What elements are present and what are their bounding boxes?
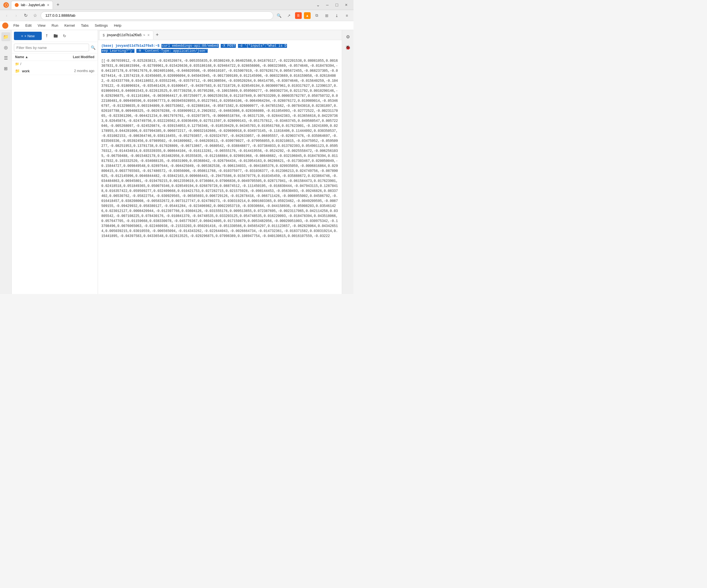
back-button[interactable]: ‹ (3, 12, 10, 20)
close-button[interactable]: × (342, 1, 350, 9)
list-item[interactable]: 📁 work 2 months ago (12, 67, 98, 75)
browser-tab[interactable]: lab - JupyterLab × (11, 1, 53, 9)
tab-favicon (15, 3, 19, 7)
terminal-add-tab-button[interactable]: + (154, 31, 161, 39)
menu-settings[interactable]: Settings (92, 22, 110, 29)
terminal-cmd-highlight1: curl embeddings-api:80/embed (162, 44, 219, 48)
menu-tabs[interactable]: Tabs (78, 22, 91, 29)
downloads-icon[interactable]: ⤓ (333, 12, 341, 20)
terminal-tabs: $ jovyan@11d7b1a2f0a5: ~ × + (98, 30, 342, 40)
terminal-cmd-highlight3: -d '{"inputs":"What is D (238, 44, 287, 48)
sidebar-toggle-icon[interactable]: ⊞ (323, 12, 331, 20)
menu-file[interactable]: File (10, 22, 22, 29)
sidebar-icon-extensions[interactable]: ⊞ (1, 64, 10, 73)
tab-close-btn[interactable]: × (47, 3, 49, 7)
breadcrumb: 📁 / (12, 61, 98, 67)
refresh-button[interactable]: ↻ (61, 32, 68, 40)
debug-icon[interactable]: 🐞 (343, 43, 352, 52)
terminal-content[interactable]: (base) jovyan@11d7b1a2f0a5:~$ curl embed… (98, 40, 342, 294)
address-bar-icons: 🔍 ↗ B ▲ ⧉ ⊞ ⤓ ≡ (275, 12, 351, 20)
menu-icon[interactable]: ≡ (343, 12, 351, 20)
sort-icon: ▲ (25, 55, 28, 59)
search-input[interactable] (14, 44, 89, 51)
search-icon: 🔍 (91, 45, 96, 50)
reload-button[interactable]: ↻ (22, 12, 30, 20)
browser-logo: ◯ (3, 2, 9, 8)
terminal-prompt: (base) jovyan@11d7b1a2f0a5:~$ (101, 44, 160, 48)
terminal-tab-close[interactable]: × (147, 33, 150, 37)
sidebar-icon-git[interactable]: ◎ (1, 43, 10, 52)
brave-orange-icon[interactable]: ▲ (304, 12, 311, 19)
titlebar: ◯ lab - JupyterLab × + ⌄ – □ × (0, 0, 354, 10)
terminal-command-line2: eep Learning?"}' -H 'Content-Type: appli… (101, 48, 338, 53)
right-sidebar: ⚙ 🐞 (342, 30, 354, 294)
breadcrumb-root[interactable]: / (20, 62, 21, 66)
terminal-cmd-highlight4: eep Learning?"}' (101, 49, 134, 53)
menu-kernel[interactable]: Kernel (62, 22, 78, 29)
window-controls: ⌄ – □ × (314, 1, 350, 9)
menu-edit[interactable]: Edit (23, 22, 34, 29)
search-magnifier-icon[interactable]: 🔍 (275, 12, 283, 20)
jupyter-logo (2, 23, 8, 29)
share-icon[interactable]: ↗ (285, 12, 293, 20)
maximize-button[interactable]: □ (333, 1, 341, 9)
file-panel-toolbar: + + New ⤒ ↻ (12, 30, 98, 42)
url-input[interactable] (41, 11, 273, 20)
menubar: File Edit View Run Kernel Tabs Settings … (0, 21, 354, 30)
folder-item-icon: 📁 (15, 69, 20, 73)
file-item-date: 2 months ago (74, 69, 94, 73)
terminal-command-line: (base) jovyan@11d7b1a2f0a5:~$ curl embed… (101, 43, 338, 48)
sidebar-icon-list[interactable]: ☰ (1, 53, 10, 62)
tab-title: lab - JupyterLab (21, 3, 45, 7)
extensions-icon[interactable]: ⧉ (313, 12, 321, 20)
new-folder-button[interactable] (52, 32, 60, 40)
file-browser-panel: + + New ⤒ ↻ 🔍 Name ▲ Last Modified 📁 (12, 30, 98, 294)
left-sidebar-icons: 📁 ◎ ☰ ⊞ (0, 30, 12, 294)
addressbar: ‹ › ↻ ☆ 🔍 ↗ B ▲ ⧉ ⊞ ⤓ ≡ (0, 10, 354, 21)
forward-button[interactable]: › (12, 12, 20, 20)
modified-column-header: Last Modified (56, 55, 94, 59)
file-item-name: work (22, 69, 74, 73)
breadcrumb-folder-icon: 📁 (15, 62, 19, 66)
chevron-down-btn[interactable]: ⌄ (314, 1, 322, 9)
main-layout: 📁 ◎ ☰ ⊞ + + New ⤒ ↻ 🔍 Name ▲ (0, 30, 354, 294)
menu-view[interactable]: View (35, 22, 48, 29)
plus-icon: + (21, 34, 23, 38)
name-column-header[interactable]: Name ▲ (15, 55, 54, 59)
sidebar-icon-folder[interactable]: 📁 (1, 32, 10, 41)
terminal-cmd-highlight5: -H 'Content-Type: application/json' (136, 49, 208, 53)
settings-gear-icon[interactable]: ⚙ (343, 32, 352, 41)
file-table-header: Name ▲ Last Modified (12, 53, 98, 61)
terminal-tab[interactable]: $ jovyan@11d7b1a2f0a5: ~ × (99, 31, 154, 39)
upload-button[interactable]: ⤒ (43, 32, 50, 40)
terminal-output: [[-0.007659912,-0.025283813,-0.024520874… (101, 53, 338, 244)
terminal-tab-icon: $ (103, 33, 105, 37)
terminal-area: $ jovyan@11d7b1a2f0a5: ~ × + (base) jovy… (98, 30, 342, 294)
terminal-tab-label: jovyan@11d7b1a2f0a5: ~ (107, 33, 145, 37)
menu-help[interactable]: Help (111, 22, 124, 29)
menu-run[interactable]: Run (49, 22, 61, 29)
terminal-cmd-highlight2: -X POST (221, 44, 236, 48)
new-tab-button[interactable]: + (54, 1, 62, 9)
new-button-label: + New (24, 34, 35, 38)
bookmark-button[interactable]: ☆ (31, 12, 39, 20)
minimize-button[interactable]: – (324, 1, 331, 9)
new-button[interactable]: + + New (14, 32, 42, 40)
tab-bar: lab - JupyterLab × + (11, 1, 312, 9)
brave-shield-icon[interactable]: B (295, 12, 302, 19)
search-bar: 🔍 (12, 42, 98, 53)
